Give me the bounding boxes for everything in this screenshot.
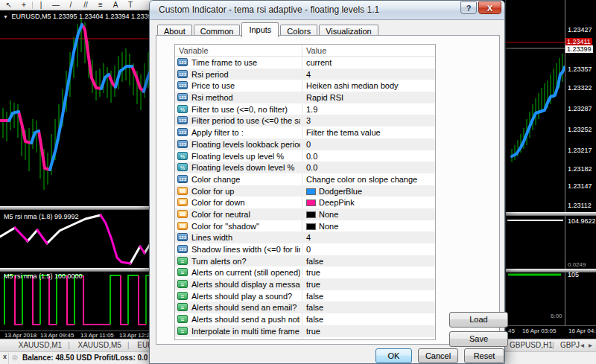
dialog-title: Custom Indicator - tema rsi adaptive - f… [159,4,379,15]
table-row[interactable]: Color for upDodgerBlue [175,185,435,197]
param-name: Alerts should play a sound? [191,292,300,301]
param-value[interactable]: 0 [306,140,311,149]
param-value[interactable]: 0.0 [306,163,317,172]
ok-button[interactable]: OK [375,348,412,363]
table-row[interactable]: 123Floating levels lookback period0 [175,138,435,150]
chart-tab-gbpusd-h1[interactable]: GBPUSD,H1 [510,341,553,349]
param-name: Floating levels up level % [191,152,300,161]
window-separator[interactable] [506,212,596,216]
right-chart-canvas[interactable] [506,0,565,325]
param-value[interactable]: Rapid RSI [306,93,343,102]
load-button[interactable]: Load [449,312,508,328]
param-value[interactable]: false [306,292,323,301]
chart-tab-xauusd-m5[interactable]: XAUUSD,M5 [72,339,127,349]
color-swatch [306,223,316,230]
tab-scroll-left-icon[interactable]: ◂ [580,341,584,349]
table-row[interactable]: 123Price to useHeiken ashi median body [175,80,435,92]
table-row[interactable]: ≈Turn alerts on?false [175,255,435,267]
table-row[interactable]: Color for neutralNone [175,208,435,220]
label-icon[interactable]: T [124,1,137,10]
save-button[interactable]: Save [449,331,508,347]
table-row[interactable]: 123Lines width4 [175,232,435,243]
right-chart-window[interactable]: 1.23427 1.23411 1.23399 1.23357 1.23322 … [505,0,596,339]
crosshair-icon[interactable]: + [17,1,31,10]
param-value[interactable]: None [319,210,338,219]
table-row[interactable]: ≈Alerts should play a sound?false [175,290,435,302]
param-value[interactable]: current [306,58,332,67]
table-row[interactable]: 123Apply filter to :Filter the tema valu… [175,127,435,138]
dialog-titlebar[interactable]: Custom Indicator - tema rsi adaptive - f… [150,1,504,20]
account-status-text: Balance: 48.50 USD Profit/Loss: 0.00 Equ… [22,354,148,362]
window-separator[interactable] [506,269,596,272]
color-swatch [306,188,316,195]
vertical-line-icon[interactable]: | [34,1,48,10]
reset-button[interactable]: Reset [464,348,504,363]
param-value[interactable]: DeepPink [319,198,355,207]
table-row[interactable]: 123Shadow lines width (<=0 for lines wid… [175,243,435,255]
chart-tab-gbpj[interactable]: GBPJ [560,341,580,349]
param-value[interactable]: false [306,257,323,266]
param-value[interactable]: None [319,222,338,231]
cancel-button[interactable]: Cancel [418,348,458,363]
param-value[interactable]: true [306,280,320,289]
subwindow-1 [0,215,155,264]
table-row[interactable]: ≈Alerts should send a push notification?… [175,313,435,325]
table-row[interactable]: 123Rsi period4 [175,68,435,80]
param-value[interactable]: 1.9 [306,105,317,114]
table-row[interactable]: ½Filter to use (<=0, no filter)1.9 [175,103,435,115]
param-value[interactable]: 0 [306,245,311,254]
table-row[interactable]: 123Color changeChange color on slope cha… [175,173,435,185]
fibonacci-icon[interactable]: ≡ [94,1,107,10]
param-value[interactable]: Change color on slope change [306,175,417,184]
table-row[interactable]: ≈Alerts should send an email?false [175,301,435,313]
table-row[interactable]: 123Time frame to usecurrent [175,57,435,68]
table-row[interactable]: Color for downDeepPink [175,197,435,208]
table-row[interactable]: ½Floating levels down level %0.0 [175,162,435,173]
param-name: Alerts should send a push notification? [191,315,300,324]
param-value[interactable]: Filter the tema value [306,128,381,137]
integer-icon: 123 [177,245,188,253]
channel-icon[interactable]: // [79,1,92,10]
table-row[interactable]: 123Rsi methodRapid RSI [175,92,435,103]
param-value[interactable]: false [306,303,323,312]
text-icon[interactable]: A [109,1,122,10]
left-chart-canvas[interactable] [0,10,155,331]
param-value[interactable]: false [306,315,323,324]
time-axis: 45 16 Apr 03:05 16 Apr 04:25 [506,325,596,336]
table-row[interactable]: ≈Alerts on current (still opened) bar?tr… [175,266,435,278]
param-value[interactable]: 0.0 [306,152,317,161]
tab-inputs[interactable]: Inputs [241,22,279,37]
toolbox-close-icon[interactable]: x [1,353,9,364]
table-row[interactable]: Color for "shadow"None [175,220,435,232]
param-value[interactable]: 4 [306,70,311,79]
boolean-icon: ≈ [177,268,188,276]
close-button[interactable]: X [478,1,501,14]
chart-tab-xauusd-m1[interactable]: XAUUSD,M1 [13,339,68,349]
window-separator[interactable] [0,206,155,210]
integer-icon: 123 [177,116,188,124]
window-separator[interactable] [0,268,155,272]
param-value[interactable]: Heiken ashi median body [306,81,399,90]
integer-icon: 123 [177,140,188,148]
parameters-table: Variable Value 123Time frame to usecurre… [174,44,436,340]
param-name: Floating levels lookback period [191,140,300,149]
table-row[interactable]: ≈Interpolate in multi time frame mode?tr… [175,325,435,337]
help-button[interactable]: ? [460,1,477,14]
param-value[interactable]: true [306,268,320,277]
param-value[interactable]: 3 [306,116,311,125]
param-value[interactable]: 4 [306,233,311,242]
cursor-icon[interactable]: ↖ [2,1,16,10]
horizontal-line-icon[interactable]: — [49,1,63,10]
param-value[interactable]: true [306,327,320,336]
param-name: Color for up [191,187,300,196]
table-row[interactable]: 123Filter period to use (<=0 the same as… [175,115,435,127]
trendline-icon[interactable]: / [64,1,77,10]
table-row[interactable]: ½Floating levels up level %0.0 [175,150,435,162]
table-row[interactable]: ≈Alerts should display a message?true [175,278,435,290]
tab-scroll-right-icon[interactable]: ▸ [589,341,592,349]
candles [512,54,562,162]
time-label: 16 Apr 04:25 [568,328,596,334]
left-chart-window[interactable]: ▼ EURUSD,M5 1.23395 1.23404 1.23394 1.23… [0,10,155,339]
tab-separator: | [68,341,70,349]
param-value[interactable]: DodgerBlue [319,187,362,196]
